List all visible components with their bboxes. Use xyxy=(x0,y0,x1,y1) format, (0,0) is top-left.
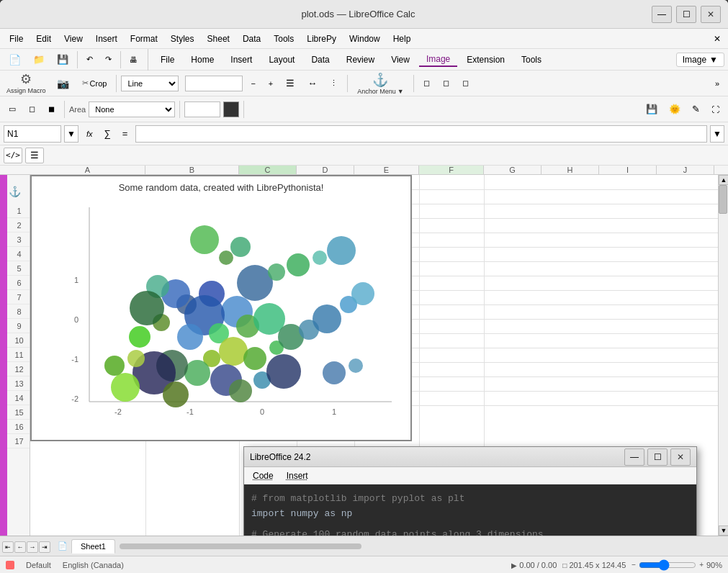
tab-image[interactable]: Image xyxy=(419,53,457,67)
menu-styles[interactable]: Styles xyxy=(165,32,200,45)
nav-last-btn[interactable]: ⇥ xyxy=(39,541,50,553)
plus-btn[interactable]: + xyxy=(264,77,278,90)
shadow-btn[interactable]: ▭ xyxy=(4,102,21,116)
scroll-up-btn[interactable]: ▲ xyxy=(719,175,728,185)
image-dropdown-btn[interactable]: Image ▼ xyxy=(676,53,724,67)
menu-help[interactable]: Help xyxy=(387,32,417,45)
save-img-btn[interactable]: 💾 xyxy=(641,101,662,117)
fill-btn[interactable]: 🌞 xyxy=(664,101,686,117)
tab-tools[interactable]: Tools xyxy=(514,53,549,66)
area-select[interactable]: None xyxy=(89,101,175,117)
menu-librepy[interactable]: LibrePy xyxy=(301,32,342,45)
color-swatch[interactable] xyxy=(223,101,239,117)
pos-btn1[interactable]: ◻ xyxy=(418,76,435,90)
svg-point-40 xyxy=(351,282,374,305)
zoom-in-icon[interactable]: + xyxy=(699,561,704,569)
pen-btn[interactable]: ✎ xyxy=(687,101,705,117)
tab-file[interactable]: File xyxy=(153,53,181,66)
tab-layout[interactable]: Layout xyxy=(261,53,302,66)
assign-macro-label: Assign Macro xyxy=(6,87,46,95)
menu-view[interactable]: View xyxy=(58,32,89,45)
new-btn[interactable]: 📄 xyxy=(4,52,26,68)
tab-review[interactable]: Review xyxy=(339,53,382,66)
name-box-arrow[interactable]: ▼ xyxy=(64,125,78,143)
v-scrollbar[interactable]: ▲ ▼ xyxy=(718,175,728,536)
formula-expand-btn[interactable]: ▼ xyxy=(710,125,724,143)
menu-close-icon[interactable]: ✕ xyxy=(710,32,724,46)
sigma-btn[interactable]: ∑ xyxy=(99,126,116,141)
lo-maximize-btn[interactable]: ☐ xyxy=(647,448,668,466)
sheet-options-btn[interactable]: 📄 xyxy=(54,539,71,553)
menu-insert[interactable]: Insert xyxy=(90,32,123,45)
magenta-sidebar xyxy=(0,175,7,536)
scroll-thumb[interactable] xyxy=(719,185,727,214)
nav-next-btn[interactable]: → xyxy=(27,541,38,553)
sheet-tab-1[interactable]: Sheet1 xyxy=(71,539,115,554)
border-btn[interactable]: ◻ xyxy=(24,102,40,116)
pos-btn3[interactable]: ◻ xyxy=(457,76,474,90)
width-input[interactable] xyxy=(185,76,243,91)
undo-btn[interactable]: ↶ xyxy=(81,53,98,66)
menu-window[interactable]: Window xyxy=(343,32,386,45)
menu-tools[interactable]: Tools xyxy=(268,32,300,45)
lo-menu-code[interactable]: Code xyxy=(247,469,279,482)
crop-btn[interactable]: ✂ Crop xyxy=(77,76,112,90)
h-scrollbar-thumb[interactable] xyxy=(120,543,361,549)
more-btn[interactable]: » xyxy=(710,77,724,90)
minus-btn[interactable]: − xyxy=(246,77,260,90)
tab-extension[interactable]: Extension xyxy=(459,53,512,66)
svg-point-13 xyxy=(268,263,285,281)
equals-btn[interactable]: = xyxy=(117,126,133,141)
lo-minimize-btn[interactable]: — xyxy=(624,448,644,466)
lo-dialog: LibreOffice 24.2 — ☐ ✕ Code Insert # fro… xyxy=(243,446,697,536)
menu-data[interactable]: Data xyxy=(237,32,266,45)
svg-text:0: 0 xyxy=(74,315,78,324)
line-select[interactable]: Line xyxy=(121,76,179,91)
lo-code-area[interactable]: # from matplotlib import pyplot as plt i… xyxy=(244,484,696,536)
color-input[interactable] xyxy=(184,101,220,117)
lo-close-btn[interactable]: ✕ xyxy=(670,448,691,466)
pos-btn2[interactable]: ◻ xyxy=(438,76,454,90)
tab-insert[interactable]: Insert xyxy=(223,53,259,66)
align-btn1[interactable]: ☰ xyxy=(281,76,300,91)
formula-input[interactable] xyxy=(135,125,707,143)
code-line-3: # Generate 100 random data points along … xyxy=(251,528,689,536)
align-btn3[interactable]: ⋮ xyxy=(325,76,343,90)
menu-sheet[interactable]: Sheet xyxy=(202,32,235,45)
zoom-out-icon[interactable]: − xyxy=(632,561,636,569)
svg-text:-1: -1 xyxy=(187,407,194,416)
close-button[interactable]: ✕ xyxy=(701,6,721,23)
image-icon-btn[interactable]: 📷 xyxy=(52,76,74,91)
redo-btn[interactable]: ↷ xyxy=(100,53,117,66)
lo-dialog-title-bar[interactable]: LibreOffice 24.2 — ☐ ✕ xyxy=(244,447,696,467)
align-btn2[interactable]: ↔ xyxy=(302,76,322,91)
fx-btn[interactable]: fx xyxy=(81,126,98,141)
lo-menu-insert[interactable]: Insert xyxy=(281,469,314,482)
scroll-down-btn[interactable]: ▼ xyxy=(719,525,728,536)
frame-btn[interactable]: ⛶ xyxy=(706,101,724,117)
sheet-view-btn[interactable]: ☰ xyxy=(25,148,44,163)
assign-macro-group[interactable]: ⚙ Assign Macro xyxy=(4,70,49,96)
sheet-tab-bar: ⇤ ← → ⇥ 📄 Sheet1 xyxy=(0,536,728,556)
name-box[interactable]: N1 xyxy=(4,125,61,143)
tab-home[interactable]: Home xyxy=(184,53,221,66)
menu-format[interactable]: Format xyxy=(125,32,163,45)
maximize-button[interactable]: ☐ xyxy=(676,6,696,23)
svg-point-41 xyxy=(163,382,189,407)
minimize-button[interactable]: — xyxy=(652,6,672,23)
svg-point-50 xyxy=(190,225,219,254)
color-btn[interactable]: ◼ xyxy=(43,102,60,116)
save-btn[interactable]: 💾 xyxy=(52,52,73,67)
nav-first-btn[interactable]: ⇤ xyxy=(2,541,14,553)
code-view-btn[interactable]: </> xyxy=(4,148,22,163)
menu-edit[interactable]: Edit xyxy=(30,32,57,45)
tab-data[interactable]: Data xyxy=(304,53,336,66)
menu-file[interactable]: File xyxy=(4,32,29,45)
print-btn[interactable]: 🖶 xyxy=(125,53,143,66)
svg-point-49 xyxy=(230,237,251,257)
anchor-menu-group[interactable]: ⚓ Anchor Menu ▼ xyxy=(352,70,408,97)
zoom-slider[interactable] xyxy=(639,559,696,571)
open-btn[interactable]: 📁 xyxy=(28,52,50,67)
tab-view[interactable]: View xyxy=(384,53,417,66)
nav-prev-btn[interactable]: ← xyxy=(14,541,26,553)
